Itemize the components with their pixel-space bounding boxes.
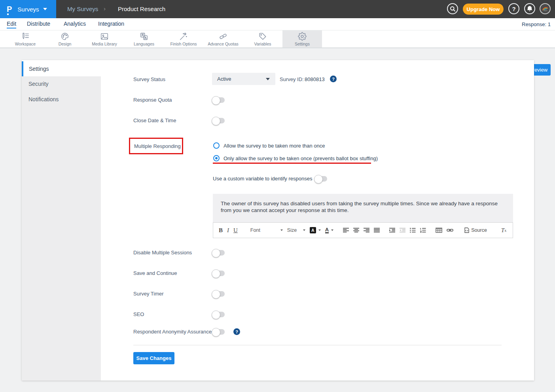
tab-analytics[interactable]: Analytics (64, 21, 86, 27)
multiple-responding-label: Multiple Responding (134, 143, 181, 149)
response-quota-label: Response Quota (133, 97, 172, 103)
magic-wand-icon (179, 32, 188, 41)
insert-table-button[interactable] (436, 227, 442, 233)
align-right-button[interactable] (364, 227, 369, 233)
chevron-down-icon (266, 78, 270, 80)
survey-status-value: Active (217, 76, 231, 82)
tab-distribute[interactable]: Distribute (27, 21, 50, 27)
chevron-down-icon (318, 229, 321, 231)
ribbon-item-finish-options[interactable]: Finish Options (164, 30, 203, 47)
remove-format-button[interactable]: Tx (501, 227, 506, 234)
avatar-logo-icon (541, 5, 549, 13)
survey-status-select[interactable]: Active (212, 73, 275, 85)
source-button[interactable]: Source (464, 227, 487, 233)
response-count[interactable]: Response: 1 (522, 21, 551, 27)
design-palette-icon (61, 32, 69, 41)
close-date-time-label: Close Date & Time (133, 117, 176, 123)
settings-sidebar: Security Notifications (22, 76, 101, 381)
survey-status-label: Survey Status (133, 76, 165, 82)
user-avatar[interactable] (540, 3, 551, 14)
italic-button[interactable]: I (227, 227, 229, 234)
underline-button[interactable]: U (233, 227, 238, 234)
size-dropdown-label: Size (287, 227, 297, 233)
indent-increase-icon (389, 227, 395, 233)
response-quota-toggle[interactable] (213, 97, 225, 103)
text-color-icon: A (325, 227, 329, 233)
sidebar-item-settings[interactable]: Settings (22, 61, 101, 76)
translate-icon (140, 32, 148, 41)
disabled-message-text: The owner of this survey has disabled us… (213, 194, 513, 214)
sidebar-item-label: Settings (29, 66, 49, 72)
ribbon-item-design[interactable]: Design (45, 30, 85, 47)
notifications-button[interactable] (524, 3, 535, 14)
save-and-continue-toggle[interactable] (213, 271, 225, 276)
disabled-message-box[interactable]: The owner of this survey has disabled us… (213, 194, 513, 222)
help-button[interactable]: ? (508, 3, 519, 14)
ribbon-label: Workspace (15, 42, 36, 46)
ribbon-label: Media Library (92, 42, 117, 46)
text-color-button[interactable]: A (325, 227, 333, 233)
ribbon-label: Advance Quotas (208, 42, 239, 46)
align-center-button[interactable] (353, 227, 359, 233)
ribbon-item-settings[interactable]: Settings (282, 30, 322, 47)
justify-button[interactable] (374, 227, 380, 233)
insert-link-button[interactable] (447, 228, 453, 233)
numbered-list-button[interactable] (420, 227, 426, 233)
section-divider (133, 345, 502, 345)
indent-increase-button[interactable] (389, 227, 395, 233)
ribbon-item-languages[interactable]: Languages (124, 30, 164, 47)
survey-timer-toggle[interactable] (213, 291, 225, 297)
help-icon: ? (512, 6, 515, 12)
chain-link-icon (219, 32, 227, 41)
save-changes-button[interactable]: Save Changes (133, 352, 174, 364)
align-center-icon (353, 227, 359, 233)
sidebar-item-notifications[interactable]: Notifications (22, 92, 101, 107)
radio-only-once-label[interactable]: Only allow the survey to be taken once (… (224, 155, 378, 161)
upgrade-now-label: Upgrade Now (467, 6, 500, 12)
disable-multiple-sessions-label: Disable Multiple Sessions (133, 250, 192, 256)
custom-variable-toggle[interactable] (315, 176, 327, 182)
size-dropdown[interactable]: Size (287, 227, 305, 233)
respondent-anonymity-toggle[interactable] (213, 329, 225, 335)
survey-id-value: 8080813 (305, 76, 325, 82)
survey-id-help-icon[interactable]: ? (330, 76, 337, 82)
annotation-underline (213, 163, 371, 164)
ribbon-item-variables[interactable]: Variables (243, 30, 282, 47)
seo-toggle[interactable] (213, 312, 225, 317)
tag-icon (258, 32, 267, 41)
chevron-down-icon (303, 229, 305, 231)
multiple-responding-annotation-box: Multiple Responding (129, 138, 183, 154)
ribbon-label: Languages (134, 42, 154, 46)
survey-section-tabs: Edit Distribute Analytics Integration Re… (0, 18, 555, 30)
app-logo-block[interactable]: P Surveys (0, 0, 56, 18)
disable-multiple-sessions-toggle[interactable] (213, 250, 225, 256)
numbered-list-icon (420, 227, 426, 233)
bullet-list-button[interactable] (410, 227, 416, 233)
chevron-down-icon (43, 8, 47, 10)
upgrade-now-button[interactable]: Upgrade Now (463, 4, 504, 15)
align-left-button[interactable] (343, 227, 349, 233)
ribbon-item-media-library[interactable]: Media Library (85, 30, 124, 47)
search-button[interactable] (447, 3, 458, 14)
background-color-button[interactable]: A (310, 227, 321, 233)
ribbon-item-advance-quotas[interactable]: Advance Quotas (203, 30, 243, 47)
gear-icon (298, 32, 307, 41)
close-date-time-toggle[interactable] (213, 118, 225, 123)
indent-decrease-button[interactable] (400, 227, 405, 233)
radio-only-once[interactable] (213, 155, 220, 161)
bold-button[interactable]: B (219, 227, 223, 234)
sidebar-item-security[interactable]: Security (22, 76, 101, 92)
workspace-icon (21, 32, 30, 41)
radio-allow-multiple[interactable] (213, 142, 220, 149)
respondent-anonymity-help-icon[interactable]: ? (233, 328, 240, 335)
tab-edit[interactable]: Edit (7, 21, 16, 28)
background-color-icon: A (310, 227, 316, 233)
font-dropdown[interactable]: Font (250, 227, 283, 233)
radio-allow-multiple-label[interactable]: Allow the survey to be taken more than o… (224, 143, 325, 149)
survey-timer-label: Survey Timer (133, 291, 164, 297)
ribbon-item-workspace[interactable]: Workspace (6, 30, 45, 47)
tab-integration[interactable]: Integration (98, 21, 124, 27)
breadcrumb-parent[interactable]: My Surveys (67, 6, 98, 12)
align-left-icon (343, 227, 349, 233)
search-icon (450, 6, 456, 12)
